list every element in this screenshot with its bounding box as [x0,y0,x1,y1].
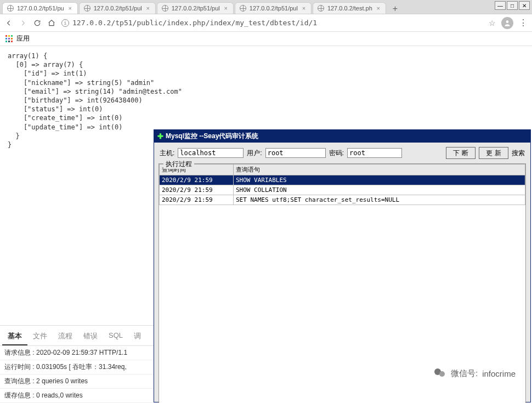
site-info-icon[interactable]: i [61,19,69,27]
tab-title: 127.0.0.2/tp51/pu [17,5,64,12]
globe-icon [7,5,14,12]
reload-button[interactable] [33,19,42,27]
table-row[interactable]: 2020/2/9 21:59 SHOW VARIABLES [160,175,525,185]
omnibox[interactable]: i 127.0.0.2/tp51/public/index.php/index/… [61,19,483,27]
tab-strip: 127.0.0.2/tp51/pu × 127.0.0.2/tp51/pul ×… [0,0,532,14]
browser-tab-1[interactable]: 127.0.0.2/tp51/pul × [79,2,156,14]
tab-title: 127.0.0.2/test.ph [327,5,372,12]
cell-sql: SET NAMES utf8;SET character_set_results… [234,195,525,205]
debug-tab-basic[interactable]: 基本 [2,329,27,345]
kebab-menu-icon[interactable]: ⋮ [519,18,528,28]
table-row[interactable]: 2020/2/9 21:59 SET NAMES utf8;SET charac… [160,195,525,205]
tab-title: 127.0.0.2/tp51/pul [94,5,142,12]
query-table[interactable]: 查询时间 查询语句 2020/2/9 21:59 SHOW VARIABLES … [159,164,525,205]
watermark-label: 微信号: [451,368,478,379]
profile-avatar-icon[interactable] [501,17,513,29]
close-icon[interactable]: × [301,5,307,12]
tab-title: 127.0.0.2/tp51/pul [172,5,220,12]
wechat-icon [433,366,446,381]
watermark: 微信号: infocrime [433,366,516,381]
dialog-titlebar[interactable]: ✚ Mysql监控 --Seay代码审计系统 [154,130,530,143]
url-text: 127.0.0.2/tp51/public/index.php/index/my… [72,19,317,27]
user-input[interactable] [265,148,326,158]
apps-label[interactable]: 应用 [16,34,30,43]
cell-sql: SHOW VARIABLES [234,175,525,185]
window-maximize-button[interactable]: □ [507,1,518,10]
globe-icon [162,5,168,12]
svg-point-0 [506,20,509,23]
pass-label: 密码: [329,149,344,158]
debug-tabs: 基本 文件 流程 错误 SQL 调 [0,326,154,346]
debug-runtime-row: 运行时间 : 0.031905s [ 吞吐率：31.34req, [0,360,154,374]
refresh-button[interactable]: 更 新 [479,147,508,159]
cell-time: 2020/2/9 21:59 [160,185,234,195]
debug-cache-row: 缓存信息 : 0 reads,0 writes [0,389,154,403]
search-label: 搜索 [512,149,525,158]
host-label: 主机: [160,149,174,158]
pass-input[interactable] [347,148,402,158]
cell-time: 2020/2/9 21:59 [160,175,234,185]
debug-tab-flow[interactable]: 流程 [53,329,78,345]
browser-tab-3[interactable]: 127.0.0.2/tp51/pul × [235,2,312,14]
watermark-value: infocrime [482,369,516,378]
browser-tab-4[interactable]: 127.0.0.2/test.ph × [313,2,386,14]
globe-icon [84,5,90,12]
debug-request-row: 请求信息 : 2020-02-09 21:59:37 HTTP/1.1 [0,346,154,360]
disconnect-button[interactable]: 下 断 [446,147,476,159]
tab-title: 127.0.0.2/tp51/pul [250,5,298,12]
debug-query-row: 查询信息 : 2 queries 0 writes [0,374,154,389]
globe-icon [240,5,246,12]
bug-icon: ✚ [157,132,163,140]
browser-tab-0[interactable]: 127.0.0.2/tp51/pu × [2,2,78,14]
user-label: 用户: [247,149,262,158]
globe-icon [318,5,324,12]
debug-tab-more[interactable]: 调 [128,329,146,345]
mysql-monitor-dialog: ✚ Mysql监控 --Seay代码审计系统 主机: 用户: 密码: 下 断 更… [154,129,531,402]
window-controls: — □ ✕ [494,1,530,10]
apps-icon[interactable] [5,35,13,43]
dialog-title-text: Mysql监控 --Seay代码审计系统 [166,132,258,141]
debug-bar: 基本 文件 流程 错误 SQL 调 请求信息 : 2020-02-09 21:5… [0,325,154,403]
window-close-button[interactable]: ✕ [519,1,530,10]
close-icon[interactable]: × [67,5,73,12]
svg-point-2 [439,371,445,377]
bookmarks-bar: 应用 [0,32,532,46]
bookmark-star-icon[interactable]: ☆ [489,19,496,27]
forward-button[interactable] [19,19,27,27]
groupbox-label: 执行过程 [163,160,194,169]
dialog-toolbar: 主机: 用户: 密码: 下 断 更 新 搜索 [154,143,530,163]
home-button[interactable] [47,19,56,27]
col-sql-header[interactable]: 查询语句 [234,164,525,175]
host-input[interactable] [178,148,244,158]
back-button[interactable] [4,19,13,27]
debug-tab-error[interactable]: 错误 [78,329,103,345]
debug-tab-sql[interactable]: SQL [103,329,128,345]
close-icon[interactable]: × [223,5,229,12]
table-row[interactable]: 2020/2/9 21:59 SHOW COLLATION [160,185,525,195]
debug-tab-files[interactable]: 文件 [27,329,53,345]
browser-tab-2[interactable]: 127.0.0.2/tp51/pul × [157,2,234,14]
address-bar: i 127.0.0.2/tp51/public/index.php/index/… [0,14,532,32]
new-tab-button[interactable]: + [387,4,403,14]
cell-time: 2020/2/9 21:59 [160,195,234,205]
close-icon[interactable]: × [145,5,151,12]
close-icon[interactable]: × [376,5,381,12]
debug-info-list: 请求信息 : 2020-02-09 21:59:37 HTTP/1.1 运行时间… [0,346,154,403]
window-minimize-button[interactable]: — [495,1,506,10]
cell-sql: SHOW COLLATION [234,185,525,195]
